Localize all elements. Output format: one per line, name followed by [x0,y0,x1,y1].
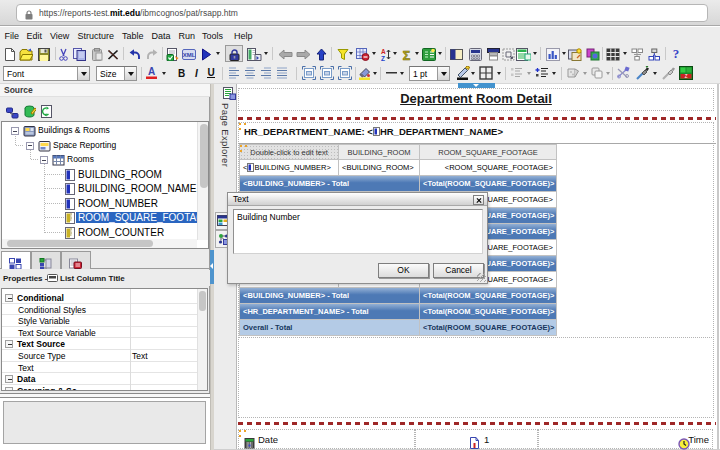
svg-text:A: A [148,66,155,77]
svg-text:Σ: Σ [403,48,411,61]
svg-text:?: ? [673,46,680,61]
svg-text:Z: Z [685,74,688,79]
svg-text:I: I [195,68,198,79]
svg-text:B: B [178,68,185,79]
svg-text:Z: Z [381,55,385,62]
svg-text:U: U [207,67,214,78]
svg-text:XML: XML [183,52,196,58]
